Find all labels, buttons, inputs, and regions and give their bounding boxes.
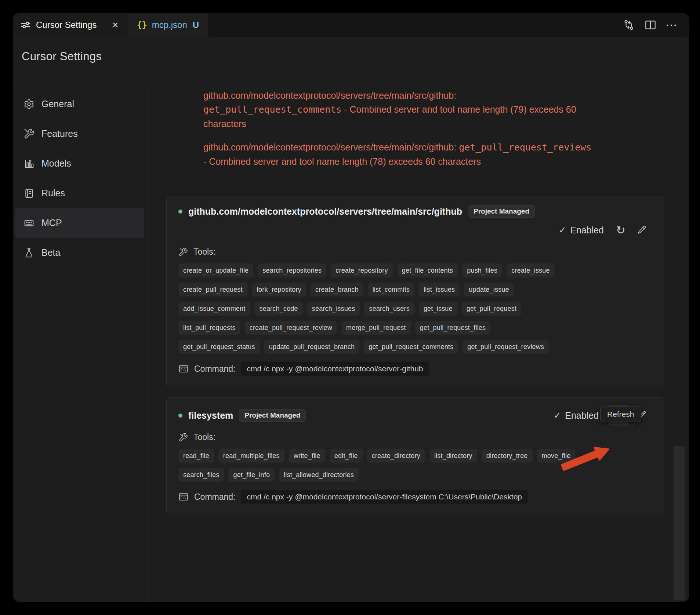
refresh-icon: ↻ (616, 225, 625, 236)
sidebar-item[interactable]: Beta (15, 238, 144, 268)
refresh-button[interactable]: ↻ (613, 223, 628, 237)
tool-chip: get_pull_request (462, 302, 521, 316)
tool-chip: push_files (462, 263, 502, 277)
tool-chip: search_repositories (258, 263, 326, 277)
enabled-toggle[interactable]: Enabled (565, 410, 599, 421)
mcp-error-message: github.com/modelcontextprotocol/servers/… (203, 140, 592, 168)
mcp-error-message: github.com/modelcontextprotocol/servers/… (203, 88, 592, 131)
tool-chip: create_repository (331, 263, 392, 277)
more-actions-icon[interactable]: ⋯ (665, 18, 678, 32)
command-value: cmd /c npx -y @modelcontextprotocol/serv… (241, 490, 528, 504)
check-icon: ✓ (554, 410, 561, 421)
check-icon: ✓ (559, 225, 566, 235)
tool-chip: get_file_contents (397, 263, 458, 277)
tool-chip: get_pull_request_files (415, 321, 491, 335)
tab-label: Cursor Settings (36, 20, 97, 30)
page-header: Cursor Settings (13, 37, 689, 84)
rules-icon (23, 188, 35, 199)
sidebar-item[interactable]: Rules (15, 178, 144, 208)
project-managed-badge: Project Managed (239, 409, 306, 422)
tool-chip: update_pull_request_branch (264, 340, 359, 354)
tool-chip: get_pull_request_comments (364, 340, 458, 354)
tool-chip: directory_tree (482, 449, 533, 463)
tool-chip: update_issue (464, 283, 514, 296)
editor-actions: ⋯ (622, 13, 689, 37)
page-title: Cursor Settings (13, 37, 689, 63)
server-status-dot (178, 210, 182, 214)
scrollbar-thumb[interactable] (674, 446, 685, 600)
terminal-icon: C:\ (178, 364, 189, 374)
tool-chip-list: read_fileread_multiple_fileswrite_fileed… (178, 449, 586, 482)
server-status-dot (178, 414, 182, 418)
tool-chip-list: create_or_update_filesearch_repositories… (178, 263, 567, 354)
split-editor-icon[interactable] (644, 19, 657, 31)
tool-chip: create_branch (311, 283, 363, 296)
tool-chip: search_users (364, 302, 414, 316)
editor-tab-bar: Cursor Settings × {} mcp.json U ⋯ (13, 13, 689, 37)
svg-text:C:\: C:\ (181, 368, 186, 372)
mcp-icon (23, 217, 35, 229)
tool-chip: list_allowed_directories (279, 468, 359, 482)
tool-chip: search_files (178, 468, 224, 482)
tools-icon (178, 247, 188, 257)
tool-chip: search_code (255, 302, 303, 316)
settings-sidebar: General Features Models Rules MCP (13, 84, 148, 602)
tool-chip: search_issues (307, 302, 360, 316)
tool-chip: create_pull_request (178, 283, 247, 296)
tool-chip: get_issue (419, 302, 457, 316)
refresh-tooltip: Refresh (600, 407, 641, 422)
tool-chip: merge_pull_request (341, 321, 411, 335)
project-managed-badge: Project Managed (468, 205, 535, 218)
sliders-icon (20, 19, 31, 30)
tab-cursor-settings[interactable]: Cursor Settings × (13, 13, 127, 37)
tool-chip: read_multiple_files (218, 449, 284, 463)
tool-chip: list_commits (368, 283, 414, 296)
sidebar-item[interactable]: General (15, 89, 144, 119)
tool-chip: add_issue_comment (178, 302, 250, 316)
mcp-settings-content: github.com/modelcontextprotocol/servers/… (148, 84, 689, 602)
tool-name-mono: get_pull_request_comments (203, 104, 341, 115)
annotation-arrow (560, 445, 615, 475)
tool-chip: list_directory (429, 449, 477, 463)
tools-icon (23, 128, 35, 140)
close-icon[interactable]: × (111, 19, 120, 31)
svg-text:C:\: C:\ (181, 496, 186, 500)
tool-chip: create_pull_request_review (245, 321, 337, 335)
command-label: Command: (194, 492, 235, 502)
tools-label: Tools: (193, 432, 215, 442)
gear-icon (23, 98, 35, 110)
terminal-icon: C:\ (178, 492, 189, 502)
tab-label: mcp.json (152, 20, 187, 30)
cursor-settings-window: Cursor Settings × {} mcp.json U ⋯ Cursor… (13, 13, 689, 602)
tool-chip: get_pull_request_status (178, 340, 260, 354)
tool-chip: get_pull_request_reviews (463, 340, 549, 354)
mcp-server-card-github: github.com/modelcontextprotocol/servers/… (166, 196, 664, 387)
compare-changes-icon[interactable] (622, 18, 635, 32)
tools-icon (178, 433, 188, 442)
tool-chip: edit_file (330, 449, 363, 463)
tool-chip: create_directory (367, 449, 425, 463)
enabled-toggle[interactable]: Enabled (570, 225, 604, 236)
edit-button[interactable] (636, 225, 647, 236)
tool-chip: list_pull_requests (178, 321, 240, 335)
tool-chip: read_file (178, 449, 214, 463)
beaker-icon (23, 247, 35, 259)
server-name: filesystem (188, 410, 233, 421)
pencil-icon (636, 225, 647, 235)
git-untracked-badge: U (193, 20, 199, 30)
sidebar-item[interactable]: Models (15, 149, 144, 178)
tool-chip: fork_repository (252, 283, 306, 296)
command-value: cmd /c npx -y @modelcontextprotocol/serv… (241, 362, 429, 376)
server-name: github.com/modelcontextprotocol/servers/… (188, 206, 462, 217)
tool-chip: get_file_info (228, 468, 275, 482)
sidebar-item[interactable]: MCP (15, 208, 144, 238)
tab-mcp-json[interactable]: {} mcp.json U (127, 13, 209, 37)
tool-name-mono: get_pull_request_reviews (459, 142, 591, 153)
tool-chip: list_issues (419, 283, 460, 296)
sidebar-item[interactable]: Features (15, 119, 144, 149)
tools-label: Tools: (193, 247, 215, 257)
json-braces-icon: {} (137, 20, 147, 30)
tool-chip: write_file (289, 449, 325, 463)
mcp-error-list: github.com/modelcontextprotocol/servers/… (203, 88, 592, 168)
command-label: Command: (194, 364, 235, 374)
